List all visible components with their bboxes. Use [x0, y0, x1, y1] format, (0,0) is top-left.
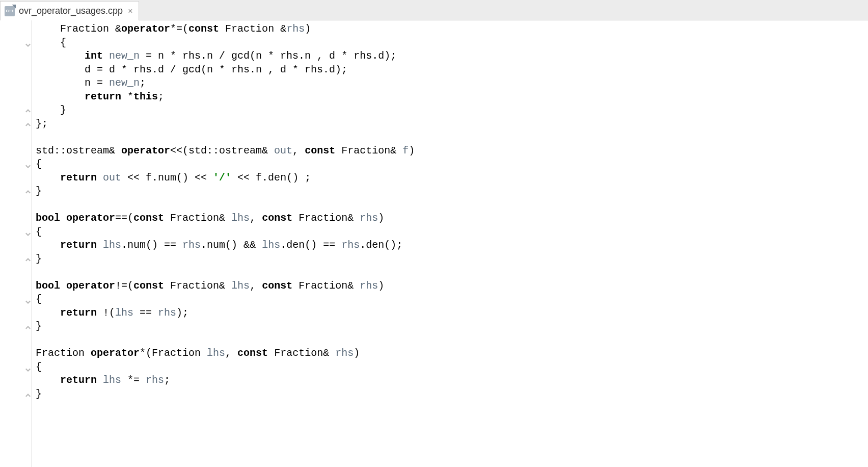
- code-token: [36, 307, 60, 319]
- tab-bar: ovr_operator_usages.cpp ×: [0, 0, 868, 20]
- code-token: {: [36, 293, 42, 305]
- code-line[interactable]: int new_n = n * rhs.n / gcd(n * rhs.n , …: [36, 49, 868, 63]
- fold-open-icon[interactable]: [24, 366, 32, 373]
- code-token: [36, 374, 60, 386]
- code-line[interactable]: d = d * rhs.d / gcd(n * rhs.n , d * rhs.…: [36, 63, 868, 77]
- code-token: lhs: [207, 347, 225, 359]
- code-token: <<(std::ostream&: [170, 145, 274, 157]
- editor-tab[interactable]: ovr_operator_usages.cpp ×: [0, 1, 139, 20]
- code-line[interactable]: std::ostream& operator<<(std::ostream& o…: [36, 144, 868, 158]
- code-line[interactable]: {: [36, 360, 868, 374]
- code-line[interactable]: [36, 198, 868, 212]
- code-line[interactable]: }: [36, 320, 868, 333]
- code-token: [36, 172, 60, 184]
- code-token: bool: [36, 280, 60, 292]
- code-line[interactable]: bool operator==(const Fraction& lhs, con…: [36, 212, 868, 225]
- code-token: operator: [91, 347, 140, 359]
- code-line[interactable]: return lhs.num() == rhs.num() && lhs.den…: [36, 239, 868, 252]
- code-token: ): [378, 280, 384, 292]
- code-line[interactable]: }: [36, 252, 868, 266]
- code-token: {: [36, 37, 66, 48]
- code-token: out: [274, 145, 292, 157]
- tab-filename: ovr_operator_usages.cpp: [19, 6, 123, 16]
- close-icon[interactable]: ×: [127, 7, 133, 16]
- code-token: *(Fraction: [140, 347, 207, 359]
- code-token: !=(: [115, 280, 133, 292]
- code-line[interactable]: return *this;: [36, 90, 868, 104]
- fold-close-icon[interactable]: [24, 325, 32, 332]
- code-token: .den();: [360, 239, 402, 251]
- fold-open-icon[interactable]: [24, 41, 32, 48]
- code-token: .num() &&: [201, 239, 262, 251]
- code-token: rhs: [360, 280, 378, 292]
- fold-close-icon[interactable]: [24, 189, 32, 196]
- code-token: Fraction&: [292, 212, 360, 224]
- code-line[interactable]: Fraction &operator*=(const Fraction &rhs…: [36, 22, 868, 36]
- code-view[interactable]: Fraction &operator*=(const Fraction &rhs…: [32, 20, 868, 467]
- fold-open-icon[interactable]: [24, 298, 32, 305]
- code-line[interactable]: };: [36, 117, 868, 131]
- code-line[interactable]: return out << f.num() << '/' << f.den() …: [36, 171, 868, 185]
- code-token: ,: [225, 347, 237, 359]
- code-token: new_n: [109, 77, 140, 89]
- code-token: return: [60, 172, 97, 184]
- code-line[interactable]: {: [36, 36, 868, 50]
- code-token: n =: [36, 77, 109, 89]
- code-token: << f.num() <<: [121, 172, 213, 184]
- code-token: );: [176, 307, 188, 319]
- code-token: const: [262, 212, 292, 224]
- code-token: }: [36, 388, 42, 400]
- code-line[interactable]: Fraction operator*(Fraction lhs, const F…: [36, 347, 868, 360]
- code-token: rhs: [286, 23, 305, 35]
- code-line[interactable]: return !(lhs == rhs);: [36, 306, 868, 320]
- code-token: ,: [250, 280, 262, 292]
- code-line[interactable]: [36, 333, 868, 347]
- code-line[interactable]: }: [36, 387, 868, 401]
- code-line[interactable]: {: [36, 225, 868, 239]
- code-token: ;: [158, 91, 164, 102]
- code-token: [36, 23, 60, 35]
- code-token: Fraction &: [219, 23, 286, 35]
- code-token: Fraction: [36, 347, 91, 359]
- code-token: '/': [213, 172, 231, 184]
- code-line[interactable]: {: [36, 293, 868, 306]
- fold-open-icon[interactable]: [24, 230, 32, 237]
- code-line[interactable]: }: [36, 185, 868, 198]
- code-token: .num() ==: [121, 239, 182, 251]
- code-token: {: [36, 226, 42, 238]
- code-token: this: [133, 91, 158, 102]
- fold-open-icon[interactable]: [24, 162, 32, 169]
- code-token: }: [36, 104, 66, 116]
- code-line[interactable]: }: [36, 103, 868, 117]
- code-line[interactable]: return lhs *= rhs;: [36, 374, 868, 387]
- code-line[interactable]: [36, 266, 868, 279]
- code-token: ==: [133, 307, 158, 319]
- code-line[interactable]: n = new_n;: [36, 76, 868, 90]
- code-token: const: [237, 347, 268, 359]
- code-token: lhs: [103, 239, 121, 251]
- code-line[interactable]: {: [36, 158, 868, 171]
- code-token: [60, 212, 66, 224]
- fold-close-icon[interactable]: [24, 257, 32, 264]
- fold-close-icon[interactable]: [24, 108, 32, 115]
- code-token: rhs: [182, 239, 201, 251]
- code-token: [36, 239, 60, 251]
- fold-close-icon[interactable]: [24, 393, 32, 400]
- code-token: ==(: [115, 212, 133, 224]
- fold-close-icon[interactable]: [24, 122, 32, 129]
- code-token: operator: [66, 280, 115, 292]
- code-token: Fraction&: [164, 280, 231, 292]
- code-token: [36, 50, 85, 62]
- code-token: return: [60, 374, 97, 386]
- code-token: [103, 50, 109, 62]
- code-line[interactable]: bool operator!=(const Fraction& lhs, con…: [36, 279, 868, 293]
- code-line[interactable]: [36, 131, 868, 144]
- code-token: lhs: [231, 212, 250, 224]
- code-token: *=: [121, 374, 146, 386]
- code-token: const: [262, 280, 292, 292]
- code-token: rhs: [158, 307, 176, 319]
- code-token: [60, 280, 66, 292]
- editor-area: Fraction &operator*=(const Fraction &rhs…: [0, 20, 868, 467]
- code-token: const: [188, 23, 219, 35]
- gutter[interactable]: [0, 20, 32, 467]
